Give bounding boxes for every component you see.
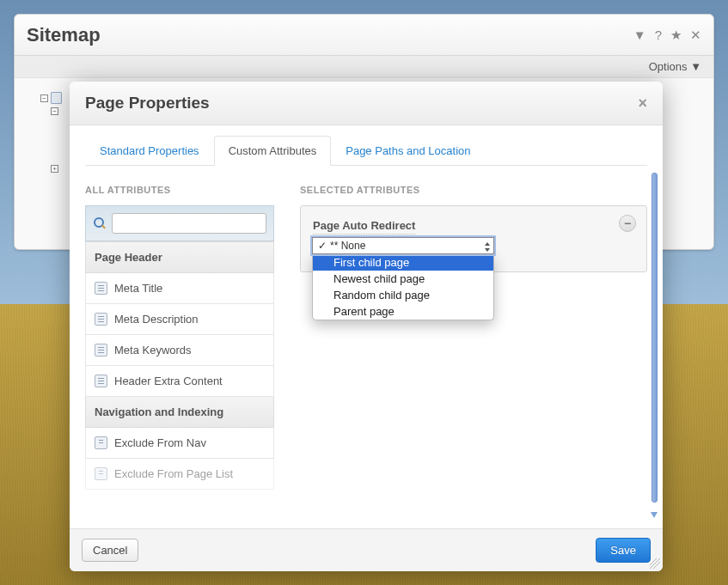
- attr-label: Exclude From Page List: [114, 467, 233, 480]
- close-panel-icon[interactable]: ✕: [690, 27, 701, 43]
- option-parent-page[interactable]: Parent page: [313, 303, 493, 320]
- scrollbar[interactable]: [652, 173, 658, 518]
- options-menu[interactable]: Options ▼: [15, 56, 713, 78]
- option-random-child[interactable]: Random child page: [313, 287, 493, 303]
- tab-standard-properties[interactable]: Standard Properties: [85, 136, 214, 166]
- attr-label: Meta Title: [114, 282, 162, 295]
- all-attributes-label: ALL ATTRIBUTES: [85, 185, 274, 195]
- dialog-title: Page Properties: [85, 94, 638, 113]
- attribute-icon: [95, 344, 107, 356]
- remove-attribute-button[interactable]: −: [619, 215, 636, 232]
- selected-attr-title: Page Auto Redirect: [313, 219, 415, 235]
- select-dropdown: First child page Newest child page Rando…: [312, 254, 494, 320]
- selected-attributes-label: SELECTED ATTRIBUTES: [300, 185, 647, 195]
- dialog-header: Page Properties ×: [70, 82, 663, 125]
- attribute-icon: [95, 282, 107, 295]
- attr-meta-title[interactable]: Meta Title: [85, 273, 274, 304]
- dialog-footer: Cancel Save: [70, 528, 663, 571]
- resize-grip-icon[interactable]: [650, 558, 660, 569]
- help-icon[interactable]: ?: [655, 27, 662, 43]
- page-icon: [51, 92, 62, 104]
- close-icon[interactable]: ×: [638, 94, 647, 113]
- attr-label: Meta Keywords: [114, 344, 192, 356]
- attribute-icon: [95, 313, 107, 326]
- selected-attribute-block: Page Auto Redirect − ✓ ** None First chi…: [300, 205, 647, 272]
- attr-exclude-nav[interactable]: Exclude From Nav: [85, 428, 274, 459]
- tab-page-paths[interactable]: Page Paths and Location: [331, 136, 485, 166]
- attribute-search-input[interactable]: [112, 213, 266, 234]
- chevron-down-icon: ▼: [690, 60, 701, 73]
- option-first-child[interactable]: First child page: [313, 254, 493, 271]
- attr-exclude-pagelist[interactable]: Exclude From Page List: [85, 459, 274, 490]
- group-page-header: Page Header: [85, 241, 274, 273]
- tree-expand-icon[interactable]: +: [51, 165, 58, 173]
- select-value: ** None: [330, 240, 365, 252]
- star-icon[interactable]: ★: [670, 27, 682, 43]
- attribute-icon: [95, 436, 107, 449]
- scroll-down-icon[interactable]: [651, 512, 658, 518]
- tabs-row: Standard Properties Custom Attributes Pa…: [85, 136, 647, 166]
- sitemap-header: Sitemap ▼ ? ★ ✕: [15, 15, 713, 56]
- search-icon: [93, 216, 107, 230]
- page-properties-dialog: Page Properties × Standard Properties Cu…: [70, 82, 663, 571]
- save-button[interactable]: Save: [596, 538, 651, 563]
- attribute-search-box: [85, 205, 274, 241]
- redirect-select[interactable]: ✓ ** None: [312, 237, 494, 254]
- attr-header-extra[interactable]: Header Extra Content: [85, 366, 274, 397]
- attr-meta-keywords[interactable]: Meta Keywords: [85, 335, 274, 366]
- attr-label: Header Extra Content: [114, 375, 223, 387]
- attr-meta-description[interactable]: Meta Description: [85, 304, 274, 335]
- check-icon: ✓: [318, 240, 327, 252]
- cancel-button[interactable]: Cancel: [82, 539, 138, 562]
- sitemap-title: Sitemap: [27, 24, 633, 46]
- options-label: Options: [649, 60, 688, 73]
- attr-label: Exclude From Nav: [114, 436, 206, 449]
- tree-collapse-icon[interactable]: −: [51, 107, 58, 115]
- collapse-icon[interactable]: ▼: [633, 27, 646, 43]
- tab-custom-attributes[interactable]: Custom Attributes: [214, 136, 332, 166]
- tree-collapse-icon[interactable]: −: [40, 94, 48, 102]
- attr-label: Meta Description: [114, 313, 199, 326]
- attribute-icon: [95, 375, 107, 387]
- attribute-icon: [95, 467, 107, 480]
- group-navigation: Navigation and Indexing: [85, 397, 274, 428]
- option-newest-child[interactable]: Newest child page: [313, 271, 493, 287]
